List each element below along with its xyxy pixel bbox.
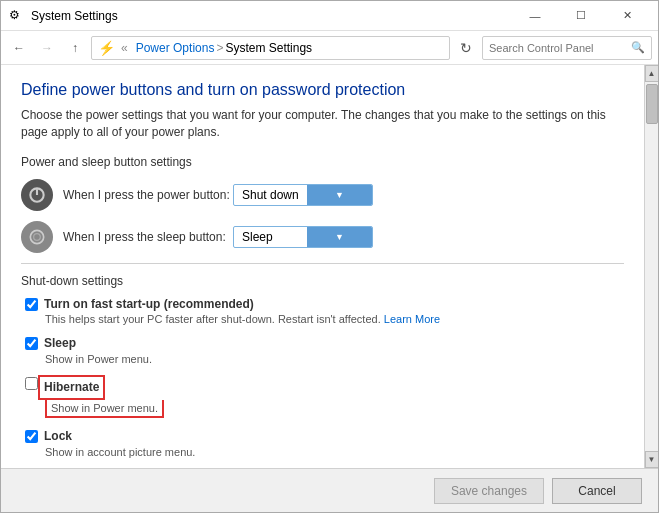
window-icon: ⚙ <box>9 8 25 24</box>
breadcrumb-current: System Settings <box>225 41 312 55</box>
sleep-checkbox[interactable] <box>25 337 38 350</box>
scroll-up-button[interactable]: ▲ <box>645 65 659 82</box>
sleep-button-label: When I press the sleep button: <box>63 230 233 244</box>
hibernate-highlight-box: Hibernate <box>38 375 105 400</box>
hibernate-text: Hibernate <box>44 380 99 394</box>
sleep-label: Sleep <box>44 335 76 352</box>
section-divider <box>21 263 624 264</box>
power-dropdown-arrow: ▼ <box>307 185 372 205</box>
breadcrumb-icon: ⚡ <box>98 40 115 56</box>
window-controls: — ☐ ✕ <box>512 1 650 31</box>
fast-startup-checkbox[interactable] <box>25 298 38 311</box>
page-title: Define power buttons and turn on passwor… <box>21 81 624 99</box>
scroll-thumb[interactable] <box>646 84 658 124</box>
lock-label: Lock <box>44 428 72 445</box>
window-title: System Settings <box>31 9 512 23</box>
lock-sublabel: Show in account picture menu. <box>25 446 624 458</box>
search-box[interactable]: 🔍 <box>482 36 652 60</box>
close-button[interactable]: ✕ <box>604 1 650 31</box>
up-button[interactable]: ↑ <box>63 36 87 60</box>
sleep-sublabel: Show in Power menu. <box>25 353 624 365</box>
svg-point-2 <box>30 230 43 243</box>
sleep-button-value: Sleep <box>242 230 307 244</box>
back-button[interactable]: ← <box>7 36 31 60</box>
system-settings-window: ⚙ System Settings — ☐ ✕ ← → ↑ ⚡ « Power … <box>0 0 659 513</box>
page-description: Choose the power settings that you want … <box>21 107 624 141</box>
save-changes-button[interactable]: Save changes <box>434 478 544 504</box>
cancel-button[interactable]: Cancel <box>552 478 642 504</box>
power-button-label: When I press the power button: <box>63 188 233 202</box>
fast-startup-row: Turn on fast start-up (recommended) This… <box>21 296 624 332</box>
hibernate-sublabel: Show in Power menu. <box>25 400 624 418</box>
scrollbar: ▲ ▼ <box>644 65 658 468</box>
power-button-icon <box>21 179 53 211</box>
fast-startup-sublabel: This helps start your PC faster after sh… <box>25 313 624 325</box>
shutdown-section-title: Shut-down settings <box>21 274 624 288</box>
maximize-button[interactable]: ☐ <box>558 1 604 31</box>
breadcrumb-separator: > <box>216 41 223 55</box>
address-bar: ← → ↑ ⚡ « Power Options > System Setting… <box>1 31 658 65</box>
forward-button[interactable]: → <box>35 36 59 60</box>
breadcrumb-bar: ⚡ « Power Options > System Settings <box>91 36 450 60</box>
search-icon: 🔍 <box>631 41 645 54</box>
search-input[interactable] <box>489 42 631 54</box>
title-bar: ⚙ System Settings — ☐ ✕ <box>1 1 658 31</box>
main-content: Define power buttons and turn on passwor… <box>1 65 644 468</box>
sleep-button-dropdown[interactable]: Sleep ▼ <box>233 226 373 248</box>
lock-checkbox[interactable] <box>25 430 38 443</box>
fast-startup-label: Turn on fast start-up (recommended) <box>44 296 254 313</box>
sleep-row: Sleep Show in Power menu. <box>21 335 624 371</box>
refresh-button[interactable]: ↻ <box>454 36 478 60</box>
power-button-row: When I press the power button: Shut down… <box>21 179 624 211</box>
breadcrumb-power-options[interactable]: Power Options <box>136 41 215 55</box>
learn-more-link[interactable]: Learn More <box>384 313 440 325</box>
minimize-button[interactable]: — <box>512 1 558 31</box>
sleep-button-icon <box>21 221 53 253</box>
power-button-dropdown[interactable]: Shut down ▼ <box>233 184 373 206</box>
hibernate-row: Hibernate Show in Power menu. <box>21 375 624 424</box>
hibernate-sublabel-highlight: Show in Power menu. <box>45 400 164 418</box>
hibernate-label: Hibernate <box>38 375 105 400</box>
hibernate-checkbox[interactable] <box>25 377 38 390</box>
power-button-value: Shut down <box>242 188 307 202</box>
button-settings-title: Power and sleep button settings <box>21 155 624 169</box>
footer: Save changes Cancel <box>1 468 658 512</box>
sleep-button-row: When I press the sleep button: Sleep ▼ <box>21 221 624 253</box>
lock-row: Lock Show in account picture menu. <box>21 428 624 464</box>
svg-point-3 <box>34 233 41 240</box>
sleep-dropdown-arrow: ▼ <box>307 227 372 247</box>
content-area: Define power buttons and turn on passwor… <box>1 65 658 468</box>
scroll-down-button[interactable]: ▼ <box>645 451 659 468</box>
